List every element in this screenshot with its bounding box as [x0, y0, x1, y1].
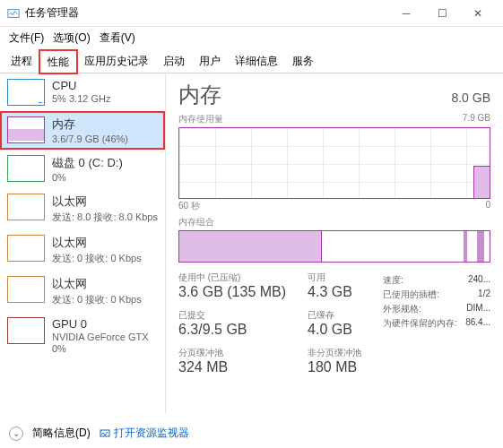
sidebar-sub: 发送: 8.0 接收: 8.0 Kbps [52, 211, 158, 224]
sidebar-label: 内存 [52, 116, 128, 133]
ethernet-thumbnail-icon [7, 235, 45, 262]
disk-thumbnail-icon [7, 155, 45, 182]
spec-value: DIM... [466, 303, 490, 315]
spec-value: 1/2 [478, 289, 490, 301]
stat-value: 4.3 GB [308, 284, 361, 300]
sidebar-sub: 3.6/7.9 GB (46%) [52, 134, 128, 144]
spec-value: 86.4... [465, 317, 490, 330]
brief-info-button[interactable]: 简略信息(D) [32, 426, 91, 441]
chart-max: 7.9 GB [463, 113, 490, 125]
monitor-icon [100, 428, 110, 439]
stat-value: 180 MB [308, 359, 361, 375]
chart2-title: 内存组合 [178, 216, 214, 228]
sidebar-sub: 0% [52, 343, 149, 354]
stat-label: 分页缓冲池 [178, 347, 286, 359]
tab-services[interactable]: 服务 [285, 50, 321, 73]
sidebar-sub: 发送: 0 接收: 0 Kbps [52, 293, 142, 306]
ethernet-thumbnail-icon [7, 194, 45, 220]
sidebar-label: 以太网 [52, 276, 142, 292]
spec-label: 外形规格: [383, 303, 421, 315]
xaxis-left: 60 秒 [178, 200, 200, 212]
minimize-button[interactable]: ─ [388, 1, 424, 26]
close-button[interactable]: ✕ [460, 1, 496, 26]
sidebar-label: 以太网 [52, 194, 158, 210]
stat-label: 已提交 [178, 309, 286, 322]
sidebar-label: GPU 0 [52, 317, 149, 331]
tab-users[interactable]: 用户 [192, 50, 228, 73]
stat-value: 4.0 GB [308, 322, 361, 338]
cpu-thumbnail-icon [7, 79, 45, 106]
sidebar-label: 以太网 [52, 235, 142, 251]
ethernet-thumbnail-icon [7, 276, 45, 303]
sidebar-sub: NVIDIA GeForce GTX [52, 332, 149, 342]
menu-view[interactable]: 查看(V) [96, 29, 139, 47]
gpu-thumbnail-icon [7, 317, 45, 344]
stat-value: 3.6 GB (135 MB) [178, 284, 286, 300]
window-title: 任务管理器 [25, 5, 388, 21]
sidebar-sub: 5% 3.12 GHz [52, 93, 110, 104]
xaxis-right: 0 [485, 200, 490, 212]
menu-options[interactable]: 选项(O) [49, 29, 93, 47]
spec-value: 240... [468, 274, 490, 287]
tab-startup[interactable]: 启动 [156, 50, 192, 73]
sidebar-item-ethernet-2[interactable]: 以太网发送: 0 接收: 0 Kbps [0, 229, 165, 271]
stat-value: 324 MB [178, 359, 286, 375]
stat-label: 已缓存 [308, 309, 361, 322]
memory-usage-chart [178, 127, 490, 199]
app-icon [7, 7, 20, 20]
link-label: 打开资源监视器 [114, 426, 189, 441]
sidebar-item-ethernet-1[interactable]: 以太网发送: 8.0 接收: 8.0 Kbps [0, 188, 165, 229]
total-memory: 8.0 GB [451, 90, 490, 105]
stat-value: 6.3/9.5 GB [178, 322, 286, 338]
tab-details[interactable]: 详细信息 [228, 50, 285, 73]
chart-title: 内存使用量 [178, 113, 223, 125]
page-title: 内存 [178, 81, 221, 109]
sidebar-sub: 0% [52, 172, 123, 183]
sidebar-item-ethernet-3[interactable]: 以太网发送: 0 接收: 0 Kbps [0, 271, 165, 312]
memory-thumbnail-icon [7, 116, 45, 143]
stat-label: 可用 [308, 271, 361, 284]
sidebar-sub: 发送: 0 接收: 0 Kbps [52, 252, 142, 265]
stat-label: 使用中 (已压缩) [178, 271, 286, 284]
spec-label: 为硬件保留的内存: [383, 317, 457, 330]
spec-label: 速度: [383, 274, 403, 287]
stat-label: 非分页缓冲池 [308, 347, 361, 359]
tab-processes[interactable]: 进程 [4, 50, 39, 73]
sidebar: CPU5% 3.12 GHz 内存3.6/7.9 GB (46%) 磁盘 0 (… [0, 73, 166, 414]
spec-label: 已使用的插槽: [383, 289, 439, 301]
sidebar-item-disk[interactable]: 磁盘 0 (C: D:)0% [0, 150, 165, 188]
tab-performance[interactable]: 性能 [39, 50, 77, 73]
menu-file[interactable]: 文件(F) [5, 29, 48, 47]
tab-app-history[interactable]: 应用历史记录 [77, 50, 156, 73]
maximize-button[interactable]: ☐ [424, 1, 460, 26]
sidebar-label: 磁盘 0 (C: D:) [52, 155, 123, 171]
details-pane: 内存 8.0 GB 内存使用量7.9 GB 60 秒0 内存组合 使用中 (已压… [166, 73, 503, 414]
open-resource-monitor-link[interactable]: 打开资源监视器 [100, 426, 189, 441]
sidebar-item-cpu[interactable]: CPU5% 3.12 GHz [0, 73, 165, 111]
memory-composition-chart [178, 230, 490, 263]
sidebar-item-memory[interactable]: 内存3.6/7.9 GB (46%) [0, 111, 165, 150]
chevron-down-icon[interactable]: ⌄ [9, 426, 23, 441]
sidebar-label: CPU [52, 79, 110, 92]
sidebar-item-gpu[interactable]: GPU 0NVIDIA GeForce GTX0% [0, 312, 165, 359]
